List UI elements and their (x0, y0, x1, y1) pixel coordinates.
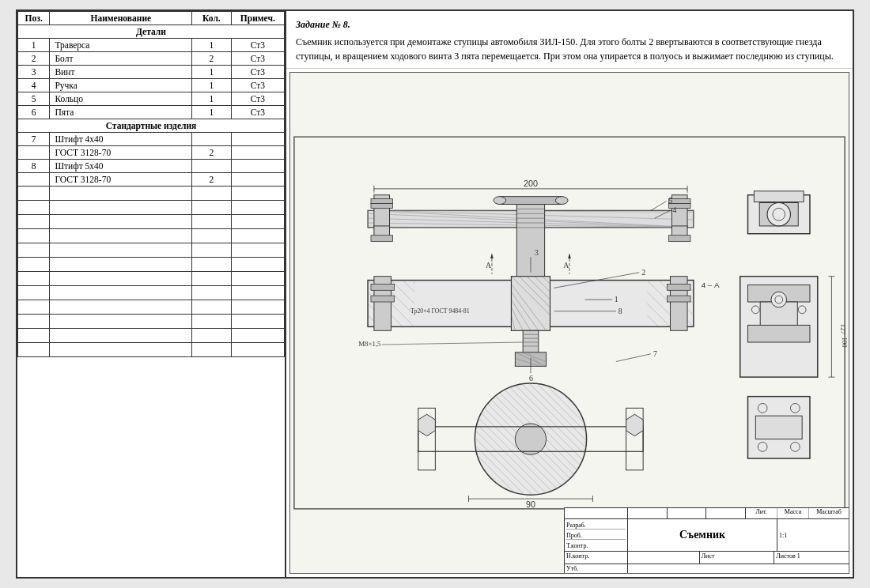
page: Поз. Наименование Кол. Примеч. Детали1Тр… (16, 9, 854, 579)
cell-qty (192, 133, 231, 146)
svg-text:100: 100 (841, 337, 849, 348)
svg-rect-14 (371, 203, 392, 208)
cell-note: Ст3 (231, 92, 284, 106)
cell-name: Пята (50, 106, 192, 119)
cell-qty: 1 (192, 92, 231, 106)
header-qty: Кол. (192, 12, 231, 25)
svg-rect-66 (668, 296, 690, 302)
cell-qty: 2 (192, 146, 231, 160)
cell-name: Ручка (50, 79, 192, 92)
svg-text:2: 2 (641, 268, 645, 277)
header-mass: Масса (777, 508, 809, 518)
cell-note (231, 133, 284, 146)
scale-value: 1:1 (779, 532, 847, 539)
cell-qty: 1 (192, 66, 231, 79)
header-note: Примеч. (231, 12, 284, 25)
cell-pos: 1 (18, 39, 50, 52)
table-row-empty (18, 258, 285, 272)
right-panel: Задание № 8. Съемник используется при де… (286, 11, 853, 577)
cell-note: Ст3 (231, 66, 284, 79)
table-row-empty (18, 201, 285, 215)
svg-rect-123 (754, 191, 804, 202)
cell-pos: 5 (18, 92, 50, 106)
role-utb: Утб. (565, 564, 628, 573)
cell-note: Ст3 (231, 39, 284, 52)
of-sheets-label: Листов 1 (774, 552, 849, 564)
role-prob: Проб. (566, 532, 626, 540)
table-row: ГОСТ 3128-702 (18, 146, 285, 160)
svg-text:4 – А: 4 – А (702, 281, 720, 289)
cell-note (231, 146, 284, 160)
cell-note: Ст3 (231, 52, 284, 66)
section-details-label: Детали (18, 25, 285, 39)
section-standards-label: Стандартные изделия (18, 119, 285, 133)
table-row-empty (18, 300, 285, 315)
table-row: 8Штифт 5х40 (18, 160, 285, 173)
cell-qty: 2 (192, 52, 231, 66)
table-row: 5Кольцо1Ст3 (18, 92, 285, 106)
task-text-area: Задание № 8. Съемник используется при де… (286, 11, 853, 69)
svg-rect-16 (371, 236, 392, 242)
cell-name: Кольцо (50, 92, 192, 106)
role-razrab: Разраб. (566, 522, 626, 530)
cell-name: ГОСТ 3128-70 (50, 146, 192, 160)
cell-pos: 8 (18, 160, 50, 173)
svg-point-118 (771, 292, 787, 307)
svg-text:A: A (486, 261, 491, 270)
cell-pos (18, 146, 50, 160)
svg-text:200: 200 (524, 179, 538, 188)
table-row-empty (18, 343, 285, 357)
svg-rect-49 (511, 277, 550, 331)
technical-drawing: 200 90 A A 4 – А (290, 73, 849, 573)
table-row-empty (18, 243, 285, 258)
header-name: Наименование (50, 12, 192, 25)
svg-rect-132 (755, 416, 802, 439)
section-standards: Стандартные изделия (18, 119, 285, 133)
cell-name: ГОСТ 3128-70 (50, 173, 192, 187)
svg-text:3: 3 (535, 248, 539, 257)
svg-rect-21 (669, 236, 690, 242)
cell-note: Ст3 (231, 106, 284, 119)
task-title: Задание № 8. (296, 17, 843, 32)
header-lit: Лит. (746, 508, 777, 518)
table-row-empty (18, 329, 285, 343)
svg-text:6: 6 (529, 374, 533, 383)
role-tkontr: Т.контр. (566, 542, 626, 549)
cell-note (231, 160, 284, 173)
cell-qty: 2 (192, 173, 231, 187)
cell-name: Болт (50, 52, 192, 66)
table-row: 2Болт2Ст3 (18, 52, 285, 66)
table-row-empty (18, 272, 285, 286)
svg-text:8: 8 (618, 307, 622, 315)
cell-pos: 3 (18, 66, 50, 79)
table-row: 1Траверса1Ст3 (18, 39, 285, 52)
table-row-empty (18, 215, 285, 229)
table-row: 7Штифт 4х40 (18, 133, 285, 146)
table-row: 6Пята1Ст3 (18, 106, 285, 119)
cell-note: Ст3 (231, 79, 284, 92)
sheet-label: Лист (700, 552, 775, 564)
svg-text:7: 7 (653, 349, 657, 358)
cell-name: Штифт 5х40 (50, 160, 192, 173)
cell-pos: 6 (18, 106, 50, 119)
header-scale: Масштаб (809, 508, 849, 518)
task-body: Съемник используется при демонтаже ступи… (296, 35, 843, 63)
table-row-empty (18, 315, 285, 329)
cell-name: Траверса (50, 39, 192, 52)
svg-point-125 (767, 203, 790, 226)
svg-text:4: 4 (672, 205, 676, 214)
table-row: 4Ручка1Ст3 (18, 79, 285, 92)
drawing-area: 200 90 A A 4 – А (289, 72, 849, 574)
svg-point-30 (494, 197, 506, 205)
table-row-empty (18, 187, 285, 201)
parts-table: Поз. Наименование Кол. Примеч. Детали1Тр… (17, 11, 285, 357)
svg-rect-29 (500, 197, 562, 205)
svg-rect-65 (668, 284, 690, 290)
table-row-empty (18, 286, 285, 300)
section-details: Детали (18, 25, 285, 39)
svg-rect-63 (371, 296, 394, 302)
svg-text:Тр20×4 ГОСТ 9484-81: Тр20×4 ГОСТ 9484-81 (410, 307, 470, 315)
svg-point-79 (515, 424, 546, 454)
cell-note (231, 173, 284, 187)
role-nkontr: Н.контр. (565, 552, 628, 564)
